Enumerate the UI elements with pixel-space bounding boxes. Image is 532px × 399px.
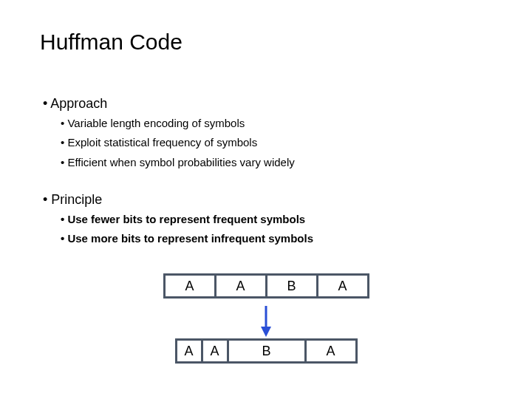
cell: A [175, 338, 203, 364]
svg-marker-1 [261, 327, 271, 337]
cell: A [316, 273, 369, 299]
slide-title: Huffman Code [40, 30, 183, 55]
list-item: Variable length encoding of symbols [61, 116, 295, 131]
cell: A [214, 273, 267, 299]
list-item: Efficient when symbol probabilities vary… [61, 155, 295, 170]
cell: A [163, 273, 216, 299]
list-item: Use fewer bits to represent frequent sym… [61, 212, 313, 227]
variable-length-row: A A B A [0, 338, 532, 364]
arrow-down [0, 303, 532, 338]
list-item: Exploit statistical frequency of symbols [61, 135, 295, 150]
cell: B [227, 338, 307, 364]
fixed-length-row: A A B A [0, 273, 532, 299]
arrow-down-icon [259, 304, 273, 337]
cell: A [304, 338, 358, 364]
cell: B [265, 273, 318, 299]
section-principle: Principle Use fewer bits to represent fr… [43, 192, 313, 247]
section-approach: Approach Variable length encoding of sym… [43, 96, 295, 170]
cell: A [201, 338, 229, 364]
slide: Huffman Code Approach Variable length en… [0, 0, 532, 399]
cells: A A B A [0, 273, 532, 299]
cells: A A B A [0, 338, 532, 364]
section-heading: Approach [43, 96, 295, 112]
section-heading: Principle [43, 192, 313, 208]
list-item: Use more bits to represent infrequent sy… [61, 231, 313, 246]
